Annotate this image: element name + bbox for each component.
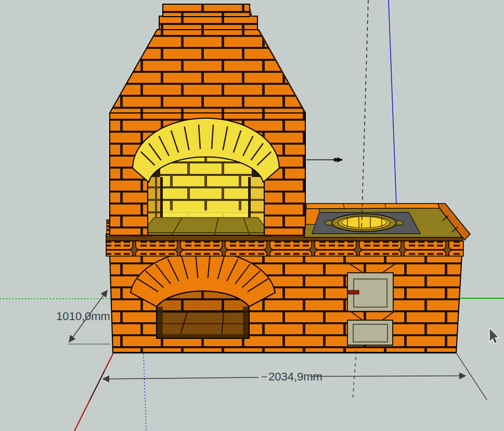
dimension-height-label: 1010,0mm xyxy=(56,310,110,323)
counter-back-edge xyxy=(306,204,440,209)
niche-floor xyxy=(148,312,259,337)
chimney-cap-row2 xyxy=(159,16,257,30)
viewport-canvas[interactable]: 1010,0mm 2034,9mm xyxy=(0,0,504,431)
chimney-cap-row1 xyxy=(163,4,250,17)
dimension-width-label: 2034,9mm xyxy=(268,370,322,383)
door-handle[interactable] xyxy=(348,290,359,294)
oven-box[interactable] xyxy=(110,113,305,235)
modeling-viewport[interactable]: 1010,0mm 2034,9mm xyxy=(0,0,504,431)
cooktop[interactable] xyxy=(304,204,470,240)
